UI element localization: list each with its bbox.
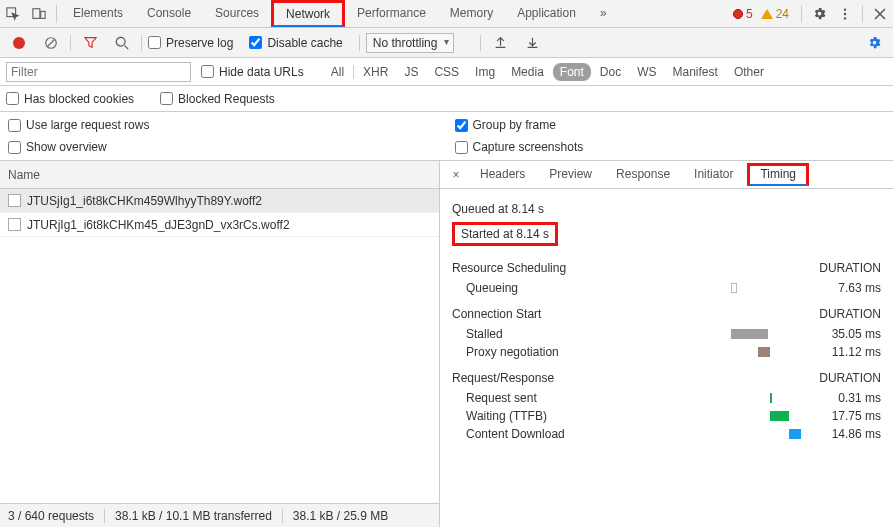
tab-performance[interactable]: Performance (345, 0, 438, 27)
detail-tab-preview[interactable]: Preview (539, 163, 602, 187)
timing-value: 11.12 ms (801, 345, 881, 359)
svg-rect-2 (41, 11, 45, 18)
filter-img[interactable]: Img (468, 63, 502, 81)
error-icon (733, 9, 743, 19)
timing-value: 14.86 ms (801, 427, 881, 441)
preserve-log-checkbox[interactable]: Preserve log (148, 36, 233, 50)
status-resources: 38.1 kB / 25.9 MB (293, 509, 388, 523)
disable-cache-checkbox[interactable]: Disable cache (249, 36, 342, 50)
hide-data-urls-checkbox[interactable]: Hide data URLs (201, 65, 304, 79)
show-overview-label: Show overview (26, 140, 107, 154)
filter-doc[interactable]: Doc (593, 63, 628, 81)
upload-har-icon[interactable] (487, 30, 513, 56)
timing-queued: Queued at 8.14 s (452, 202, 881, 216)
clear-button[interactable] (38, 30, 64, 56)
request-name: JTUSjIg1_i6t8kCHKm459WlhyyTh89Y.woff2 (27, 194, 262, 208)
tab-console[interactable]: Console (135, 0, 203, 27)
throttling-select[interactable]: No throttling (366, 33, 455, 53)
capture-screenshots-checkbox[interactable]: Capture screenshots (455, 140, 876, 154)
request-row[interactable]: JTUSjIg1_i6t8kCHKm459WlhyyTh89Y.woff2 (0, 189, 439, 213)
settings-icon[interactable] (806, 1, 832, 27)
group-by-frame-label: Group by frame (473, 118, 556, 132)
timing-label: Stalled (466, 327, 646, 341)
group-by-frame-checkbox[interactable]: Group by frame (455, 118, 876, 132)
more-icon[interactable] (832, 1, 858, 27)
filter-xhr[interactable]: XHR (356, 63, 395, 81)
blocked-requests-label: Blocked Requests (178, 92, 275, 106)
hide-data-urls-label: Hide data URLs (219, 65, 304, 79)
disable-cache-label: Disable cache (267, 36, 342, 50)
timing-started: Started at 8.14 s (452, 222, 558, 246)
filter-font[interactable]: Font (553, 63, 591, 81)
svg-point-3 (844, 8, 846, 10)
section-connection-title: Connection Start (452, 307, 541, 321)
has-blocked-cookies-label: Has blocked cookies (24, 92, 134, 106)
warning-icon (761, 9, 773, 19)
close-detail-button[interactable]: × (446, 168, 466, 182)
timing-label: Waiting (TTFB) (466, 409, 646, 423)
filter-icon[interactable] (77, 30, 103, 56)
detail-tab-response[interactable]: Response (606, 163, 680, 187)
filter-manifest[interactable]: Manifest (666, 63, 725, 81)
timing-label: Request sent (466, 391, 646, 405)
filter-media[interactable]: Media (504, 63, 551, 81)
timing-row-queueing: Queueing 7.63 ms (466, 281, 881, 295)
duration-label: DURATION (819, 371, 881, 385)
detail-tab-headers[interactable]: Headers (470, 163, 535, 187)
filter-other[interactable]: Other (727, 63, 771, 81)
preserve-log-label: Preserve log (166, 36, 233, 50)
has-blocked-cookies-checkbox[interactable]: Has blocked cookies (6, 92, 134, 106)
filter-input[interactable] (6, 62, 191, 82)
timing-row-sent: Request sent 0.31 ms (466, 391, 881, 405)
type-filters: All XHR JS CSS Img Media Font Doc WS Man… (324, 63, 771, 81)
detail-tab-timing[interactable]: Timing (747, 163, 809, 186)
blocked-requests-checkbox[interactable]: Blocked Requests (160, 92, 275, 106)
use-large-rows-checkbox[interactable]: Use large request rows (8, 118, 429, 132)
grid-header-name[interactable]: Name (0, 161, 439, 189)
timing-value: 17.75 ms (801, 409, 881, 423)
timing-row-proxy: Proxy negotiation 11.12 ms (466, 345, 881, 359)
status-requests: 3 / 640 requests (8, 509, 94, 523)
timing-value: 35.05 ms (801, 327, 881, 341)
section-resource-title: Resource Scheduling (452, 261, 566, 275)
download-har-icon[interactable] (519, 30, 545, 56)
timing-label: Proxy negotiation (466, 345, 646, 359)
request-row[interactable]: JTURjIg1_i6t8kCHKm45_dJE3gnD_vx3rCs.woff… (0, 213, 439, 237)
status-transferred: 38.1 kB / 10.1 MB transferred (115, 509, 272, 523)
tab-application[interactable]: Application (505, 0, 588, 27)
svg-point-7 (116, 37, 125, 46)
use-large-rows-label: Use large request rows (26, 118, 149, 132)
tabs-overflow[interactable]: » (588, 0, 619, 27)
file-icon (8, 218, 21, 231)
svg-point-4 (844, 12, 846, 14)
tab-sources[interactable]: Sources (203, 0, 271, 27)
tab-network[interactable]: Network (271, 0, 345, 27)
tab-elements[interactable]: Elements (61, 0, 135, 27)
filter-all[interactable]: All (324, 63, 351, 81)
timing-row-ttfb: Waiting (TTFB) 17.75 ms (466, 409, 881, 423)
timing-value: 0.31 ms (801, 391, 881, 405)
duration-label: DURATION (819, 261, 881, 275)
detail-tab-initiator[interactable]: Initiator (684, 163, 743, 187)
timing-label: Content Download (466, 427, 646, 441)
timing-row-download: Content Download 14.86 ms (466, 427, 881, 441)
timing-row-stalled: Stalled 35.05 ms (466, 327, 881, 341)
request-name: JTURjIg1_i6t8kCHKm45_dJE3gnD_vx3rCs.woff… (27, 218, 290, 232)
timing-label: Queueing (466, 281, 646, 295)
filter-css[interactable]: CSS (427, 63, 466, 81)
show-overview-checkbox[interactable]: Show overview (8, 140, 429, 154)
record-button[interactable] (6, 30, 32, 56)
filter-ws[interactable]: WS (630, 63, 663, 81)
network-settings-icon[interactable] (861, 30, 887, 56)
warning-count: 24 (776, 7, 789, 21)
duration-label: DURATION (819, 307, 881, 321)
tab-memory[interactable]: Memory (438, 0, 505, 27)
timing-value: 7.63 ms (801, 281, 881, 295)
inspect-icon[interactable] (0, 1, 26, 27)
error-badge[interactable]: 5 (733, 7, 753, 21)
filter-js[interactable]: JS (397, 63, 425, 81)
device-icon[interactable] (26, 1, 52, 27)
warning-badge[interactable]: 24 (761, 7, 789, 21)
close-icon[interactable] (867, 1, 893, 27)
search-icon[interactable] (109, 30, 135, 56)
